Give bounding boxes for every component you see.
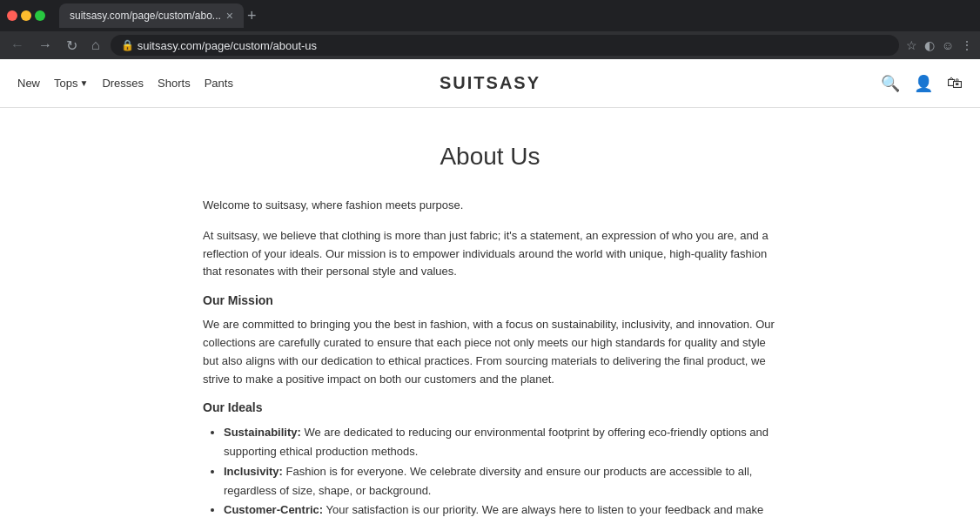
- nav-pants[interactable]: Pants: [205, 77, 233, 90]
- list-item: Customer-Centric: Your satisfaction is o…: [224, 500, 777, 524]
- extensions-button[interactable]: ◐: [924, 38, 935, 52]
- intro-paragraph-1: Welcome to suitsasy, where fashion meets…: [203, 197, 777, 215]
- maximize-window-button[interactable]: [35, 10, 45, 21]
- inclusivity-label: Inclusivity:: [224, 465, 283, 478]
- ideals-title: Our Ideals: [203, 400, 777, 414]
- address-bar: ← → ↻ ⌂ 🔒 suitsasy.com/page/custom/about…: [0, 31, 980, 59]
- browser-action-buttons: ☆ ◐ ☺ ⋮: [906, 38, 973, 52]
- browser-chrome: suitsasy.com/page/custom/abo... × +: [0, 0, 980, 31]
- list-item: Inclusivity: Fashion is for everyone. We…: [224, 462, 777, 500]
- tab-bar: suitsasy.com/page/custom/abo... × +: [59, 3, 973, 28]
- refresh-button[interactable]: ↻: [63, 36, 81, 56]
- nav-new[interactable]: New: [17, 77, 40, 90]
- profile-button[interactable]: ☺: [942, 38, 954, 52]
- window-controls: [7, 10, 45, 21]
- lock-icon: 🔒: [121, 39, 134, 51]
- active-tab[interactable]: suitsasy.com/page/custom/abo... ×: [59, 3, 244, 28]
- main-nav: New Tops ▼ Dresses Shorts Pants: [17, 77, 233, 90]
- tab-close-icon[interactable]: ×: [226, 9, 233, 23]
- nav-shorts[interactable]: Shorts: [158, 77, 191, 90]
- mission-title: Our Mission: [203, 293, 777, 307]
- main-content: About Us Welcome to suitsasy, where fash…: [0, 108, 980, 524]
- close-window-button[interactable]: [7, 10, 17, 21]
- bookmark-button[interactable]: ☆: [906, 38, 917, 52]
- intro-paragraph-2: At suitsasy, we believe that clothing is…: [203, 227, 777, 281]
- chevron-down-icon: ▼: [79, 78, 88, 88]
- customer-centric-label: Customer-Centric:: [224, 503, 323, 516]
- inclusivity-text: Fashion is for everyone. We celebrate di…: [224, 465, 752, 497]
- nav-tops[interactable]: Tops ▼: [54, 77, 88, 90]
- home-button[interactable]: ⌂: [88, 36, 104, 55]
- tab-title: suitsasy.com/page/custom/abo...: [70, 10, 221, 22]
- menu-button[interactable]: ⋮: [961, 38, 973, 52]
- forward-button[interactable]: →: [35, 36, 56, 55]
- page-title: About Us: [203, 143, 777, 171]
- site-header: New Tops ▼ Dresses Shorts Pants SUITSASY…: [0, 59, 980, 108]
- url-bar[interactable]: 🔒 suitsasy.com/page/custom/about-us: [111, 35, 899, 56]
- new-tab-button[interactable]: +: [247, 7, 257, 25]
- ideals-list: Sustainability: We are dedicated to redu…: [203, 423, 777, 524]
- list-item: Sustainability: We are dedicated to redu…: [224, 423, 777, 461]
- brand-logo[interactable]: SUITSASY: [440, 73, 540, 93]
- mission-text: We are committed to bringing you the bes…: [203, 316, 777, 388]
- account-icon[interactable]: 👤: [914, 74, 933, 93]
- sustainability-text: We are dedicated to reducing our environ…: [224, 426, 769, 458]
- search-icon[interactable]: 🔍: [881, 74, 900, 93]
- minimize-window-button[interactable]: [21, 10, 31, 21]
- url-text: suitsasy.com/page/custom/about-us: [138, 39, 317, 52]
- cart-icon[interactable]: 🛍: [947, 74, 963, 92]
- back-button[interactable]: ←: [7, 36, 28, 55]
- sustainability-label: Sustainability:: [224, 426, 301, 439]
- header-actions: 🔍 👤 🛍: [881, 74, 963, 93]
- nav-dresses[interactable]: Dresses: [102, 77, 144, 90]
